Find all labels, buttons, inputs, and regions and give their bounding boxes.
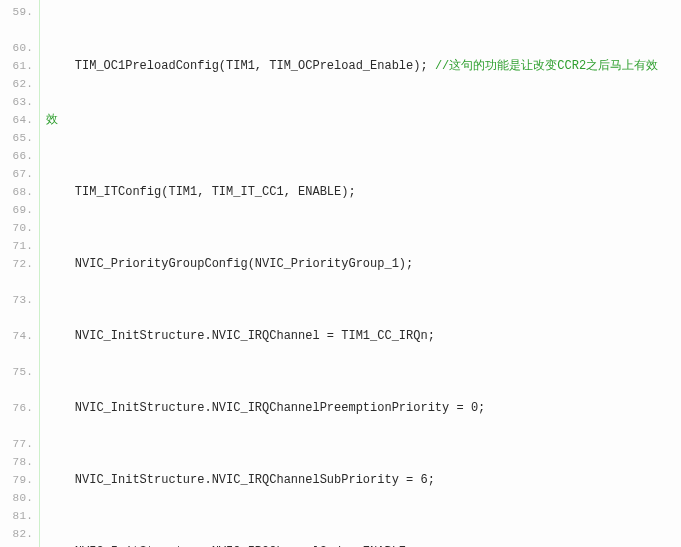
code-editor: 59. 60. 61. 62. 63. 64. 65. 66. 67. 68. …	[0, 0, 681, 547]
line-number: 71.	[0, 237, 33, 255]
line-number: 69.	[0, 201, 33, 219]
code-line: NVIC_PriorityGroupConfig(NVIC_PriorityGr…	[46, 255, 681, 273]
line-number: 73.	[0, 291, 33, 309]
line-number	[0, 309, 33, 327]
line-number: 62.	[0, 75, 33, 93]
code-line: NVIC_InitStructure.NVIC_IRQChannelPreemp…	[46, 399, 681, 417]
line-number: 82.	[0, 525, 33, 543]
line-number: 68.	[0, 183, 33, 201]
line-number: 61.	[0, 57, 33, 75]
line-number: 77.	[0, 435, 33, 453]
line-number: 76.	[0, 399, 33, 417]
comment: //这句的功能是让改变CCR2之后马上有效	[435, 59, 658, 73]
line-number: 79.	[0, 471, 33, 489]
line-number: 64.	[0, 111, 33, 129]
line-number: 70.	[0, 219, 33, 237]
code-line-wrap: 效	[46, 111, 681, 129]
line-number: 80.	[0, 489, 33, 507]
code-line: TIM_ITConfig(TIM1, TIM_IT_CC1, ENABLE);	[46, 183, 681, 201]
line-number-gutter: 59. 60. 61. 62. 63. 64. 65. 66. 67. 68. …	[0, 0, 40, 547]
code-line: NVIC_InitStructure.NVIC_IRQChannelCmd = …	[46, 543, 681, 547]
line-number: 74.	[0, 327, 33, 345]
line-number: 65.	[0, 129, 33, 147]
line-number	[0, 345, 33, 363]
line-number	[0, 21, 33, 39]
line-number: 66.	[0, 147, 33, 165]
line-number: 75.	[0, 363, 33, 381]
line-number	[0, 417, 33, 435]
line-number: 67.	[0, 165, 33, 183]
line-number: 63.	[0, 93, 33, 111]
code-line: TIM_OC1PreloadConfig(TIM1, TIM_OCPreload…	[46, 57, 681, 75]
line-number	[0, 381, 33, 399]
line-number: 60.	[0, 39, 33, 57]
line-number: 72.	[0, 255, 33, 273]
line-number: 81.	[0, 507, 33, 525]
code-line: NVIC_InitStructure.NVIC_IRQChannel = TIM…	[46, 327, 681, 345]
code-line: NVIC_InitStructure.NVIC_IRQChannelSubPri…	[46, 471, 681, 489]
code-area[interactable]: TIM_OC1PreloadConfig(TIM1, TIM_OCPreload…	[40, 0, 681, 547]
line-number: 59.	[0, 3, 33, 21]
line-number	[0, 273, 33, 291]
line-number: 78.	[0, 453, 33, 471]
